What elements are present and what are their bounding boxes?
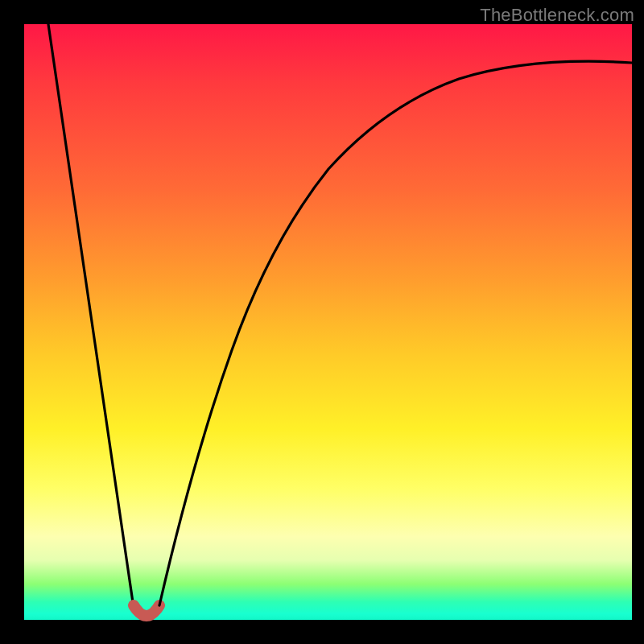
chart-curves (24, 24, 632, 620)
right-curve-line (159, 61, 632, 605)
watermark-text: TheBottleneck.com (480, 5, 634, 26)
chart-frame: TheBottleneck.com (0, 0, 644, 644)
left-slope-line (48, 24, 134, 608)
valley-marker (134, 605, 159, 616)
